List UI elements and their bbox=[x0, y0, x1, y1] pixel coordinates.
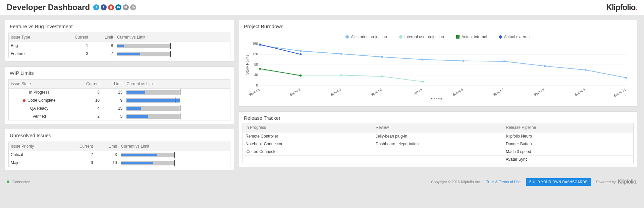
svg-point-26 bbox=[422, 59, 424, 61]
col-state: Issue State bbox=[9, 79, 70, 88]
facebook-icon[interactable]: f bbox=[101, 4, 107, 10]
email-icon[interactable]: ✉ bbox=[123, 4, 129, 10]
col-cvl: Current vs Limit bbox=[119, 142, 230, 151]
svg-point-28 bbox=[503, 60, 505, 62]
terms-link[interactable]: Trust & Terms of Use bbox=[486, 180, 521, 184]
svg-point-34 bbox=[340, 74, 342, 76]
legend-marker-icon bbox=[399, 35, 402, 39]
svg-point-31 bbox=[625, 77, 627, 79]
bullet-cell bbox=[124, 104, 230, 112]
limit-value: 8 bbox=[90, 42, 115, 50]
issue-state: Code Complete bbox=[9, 96, 70, 104]
release-tracker-panel: Release Tracker In ProgressReviewRelease… bbox=[239, 111, 637, 167]
twitter-icon[interactable]: t bbox=[93, 4, 99, 10]
svg-point-23 bbox=[300, 50, 302, 52]
table-row: Code Complete 10 9 bbox=[9, 96, 230, 104]
svg-text:120: 120 bbox=[252, 52, 258, 56]
svg-text:0: 0 bbox=[256, 84, 258, 87]
svg-point-39 bbox=[259, 44, 261, 46]
wip-limits-panel: WIP Limits Issue State Current Limit Cur… bbox=[5, 66, 234, 124]
svg-text:Sprint 2: Sprint 2 bbox=[289, 88, 301, 97]
release-item: Remote Controller bbox=[243, 132, 373, 140]
legend-item-int: Internal use projection bbox=[399, 35, 444, 39]
svg-text:Sprints: Sprints bbox=[431, 97, 443, 101]
table-row: Verified 2 5 bbox=[9, 112, 230, 120]
release-item bbox=[243, 155, 373, 163]
wip-table: Issue State Current Limit Current vs Lim… bbox=[8, 79, 230, 120]
svg-point-25 bbox=[381, 56, 383, 58]
release-col-header: Review bbox=[373, 123, 503, 132]
limit-value: 9 bbox=[102, 96, 124, 104]
svg-text:Sprint 8: Sprint 8 bbox=[533, 88, 545, 97]
page-title: Developer Dashboard bbox=[7, 3, 90, 12]
legend-marker-icon bbox=[499, 35, 502, 39]
bullet-cell bbox=[115, 50, 230, 58]
svg-text:160: 160 bbox=[252, 42, 258, 46]
legend-item-all: All stories projection bbox=[345, 35, 387, 39]
release-grid: In ProgressReviewRelease PipelineRemote … bbox=[243, 123, 634, 163]
burndown-legend: All stories projection Internal use proj… bbox=[244, 33, 632, 41]
svg-point-24 bbox=[340, 53, 342, 55]
issue-priority: Critical bbox=[9, 151, 61, 159]
release-col-header: Release Pipeline bbox=[503, 123, 633, 132]
col-priority: Issue Priority bbox=[9, 142, 61, 151]
current-value: 10 bbox=[70, 96, 102, 104]
svg-text:Sprint 7: Sprint 7 bbox=[493, 88, 505, 97]
left-column: Feature vs Bug Investement Issue Type Cu… bbox=[5, 20, 234, 171]
right-column: Project Burndown All stories projection … bbox=[239, 20, 637, 167]
svg-text:Sprint 11: Sprint 11 bbox=[613, 88, 627, 98]
unresolved-panel: Unresolved Issues Issue Priority Current… bbox=[5, 129, 234, 171]
burndown-chart: All stories projection Internal use proj… bbox=[239, 31, 637, 106]
svg-text:Sprint 6: Sprint 6 bbox=[452, 88, 464, 97]
current-value: 6 bbox=[61, 159, 95, 167]
bullet-cell bbox=[115, 42, 230, 50]
google-plus-icon[interactable]: g bbox=[108, 4, 114, 10]
bullet-chart bbox=[117, 44, 171, 48]
svg-point-36 bbox=[422, 81, 424, 83]
current-value: 2 bbox=[70, 112, 102, 120]
table-row: Feature 3 7 bbox=[9, 50, 230, 58]
panel-title: WIP Limits bbox=[5, 67, 234, 78]
release-item: iCoffee Connector bbox=[243, 148, 373, 155]
issue-state: QA Ready bbox=[9, 104, 70, 112]
limit-value: 3 bbox=[95, 151, 119, 159]
build-dashboards-button[interactable]: BUILD YOUR OWN DASHBOARDS bbox=[526, 178, 591, 186]
svg-point-30 bbox=[585, 69, 587, 71]
issue-state: In Progress bbox=[9, 88, 70, 96]
bullet-cell bbox=[124, 88, 230, 96]
brand-logo-small: Klipfolio. bbox=[618, 179, 637, 185]
svg-text:Sprint 9: Sprint 9 bbox=[574, 88, 586, 97]
header: Developer Dashboard t f g in ✉ % Klipfol… bbox=[0, 0, 644, 15]
release-item: Klipfolio Neuro bbox=[503, 132, 633, 140]
limit-value: 10 bbox=[95, 159, 119, 167]
legend-item-act-external: Actual external bbox=[499, 35, 530, 39]
bullet-cell bbox=[119, 151, 230, 159]
svg-point-40 bbox=[300, 53, 302, 55]
legend-marker-icon bbox=[456, 35, 460, 39]
limit-value: 7 bbox=[90, 50, 115, 58]
linkedin-icon[interactable]: in bbox=[115, 4, 121, 10]
current-value: 1 bbox=[55, 42, 90, 50]
col-cvl: Current vs Limit bbox=[124, 79, 230, 88]
issue-priority: Major bbox=[9, 159, 61, 167]
col-current: Current bbox=[55, 33, 90, 42]
link-icon[interactable]: % bbox=[130, 4, 136, 10]
svg-text:Story Points: Story Points bbox=[245, 55, 249, 75]
release-item: Dashboard teleportation bbox=[373, 140, 503, 148]
status-dot-icon bbox=[7, 180, 9, 183]
col-limit: Limit bbox=[90, 33, 115, 42]
footer: Connected Copyright © 2016 Klipfolio Inc… bbox=[0, 175, 644, 189]
col-current: Current bbox=[70, 79, 102, 88]
bullet-cell bbox=[119, 159, 230, 167]
svg-point-27 bbox=[463, 60, 465, 62]
bullet-cell bbox=[124, 96, 230, 104]
svg-text:Spint 5: Spint 5 bbox=[412, 88, 423, 96]
svg-point-37 bbox=[259, 68, 261, 70]
bullet-chart bbox=[126, 90, 180, 95]
panel-title: Project Burndown bbox=[239, 20, 637, 31]
current-value: 3 bbox=[55, 50, 90, 58]
svg-text:Sprint 3: Sprint 3 bbox=[330, 88, 342, 97]
brand-logo: Klipfolio. bbox=[606, 3, 637, 12]
bullet-chart bbox=[126, 114, 180, 119]
current-value: 8 bbox=[70, 88, 102, 96]
